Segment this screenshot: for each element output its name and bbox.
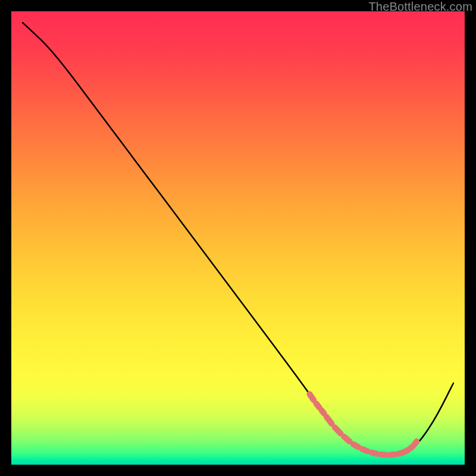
chart-container: TheBottleneck.com (0, 0, 476, 476)
watermark-text: TheBottleneck.com (368, 0, 472, 14)
plot-area (11, 11, 465, 465)
